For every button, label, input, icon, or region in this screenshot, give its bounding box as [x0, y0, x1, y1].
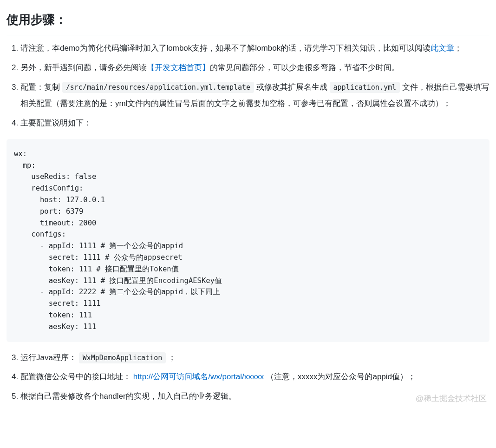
step-5-post: ； — [166, 353, 176, 362]
link-dev-docs-home[interactable]: 【开发文档首页】 — [147, 63, 210, 72]
step-1-text-after: ； — [454, 44, 462, 53]
step-2-text-after: 的常见问题部分，可以少走很多弯路，节省不少时间。 — [210, 63, 399, 72]
steps-list-part2: 运行Java程序： WxMpDemoApplication ； 配置微信公众号中… — [7, 349, 489, 405]
step-3: 配置：复制 /src/main/resources/application.ym… — [20, 79, 489, 112]
step-5-pre: 运行Java程序： — [20, 353, 79, 362]
step-1-text-before: 请注意，本demo为简化代码编译时加入了lombok支持，如果不了解lombok… — [20, 44, 431, 53]
steps-list-part1: 请注意，本demo为简化代码编译时加入了lombok支持，如果不了解lombok… — [7, 40, 489, 131]
step-7: 根据自己需要修改各个handler的实现，加入自己的业务逻辑。 — [20, 388, 489, 405]
link-lombok-article[interactable]: 此文章 — [431, 44, 454, 53]
document-container: 使用步骤： 请注意，本demo为简化代码编译时加入了lombok支持，如果不了解… — [0, 0, 496, 417]
step-2-text-before: 另外，新手遇到问题，请务必先阅读 — [20, 63, 147, 72]
step-6-post: （注意，xxxxx为对应公众号的appid值）； — [264, 372, 416, 381]
link-callback-url[interactable]: http://公网可访问域名/wx/portal/xxxxx — [133, 372, 264, 381]
code-template-path: /src/main/resources/application.yml.temp… — [62, 82, 254, 93]
step-6-pre: 配置微信公众号中的接口地址： — [20, 372, 133, 381]
heading-usage-steps: 使用步骤： — [7, 8, 489, 35]
step-5: 运行Java程序： WxMpDemoApplication ； — [20, 349, 489, 366]
code-main-class: WxMpDemoApplication — [79, 352, 166, 363]
step-2: 另外，新手遇到问题，请务必先阅读【开发文档首页】的常见问题部分，可以少走很多弯路… — [20, 59, 489, 76]
step-3-pre1: 配置：复制 — [20, 83, 62, 92]
yaml-config-codeblock[interactable]: wx: mp: useRedis: false redisConfig: hos… — [7, 139, 489, 342]
step-1: 请注意，本demo为简化代码编译时加入了lombok支持，如果不了解lombok… — [20, 40, 489, 57]
step-6: 配置微信公众号中的接口地址： http://公网可访问域名/wx/portal/… — [20, 369, 489, 385]
step-4: 主要配置说明如下： — [20, 115, 489, 132]
code-application-yml: application.yml — [330, 82, 400, 93]
step-3-mid1: 或修改其扩展名生成 — [254, 83, 329, 92]
